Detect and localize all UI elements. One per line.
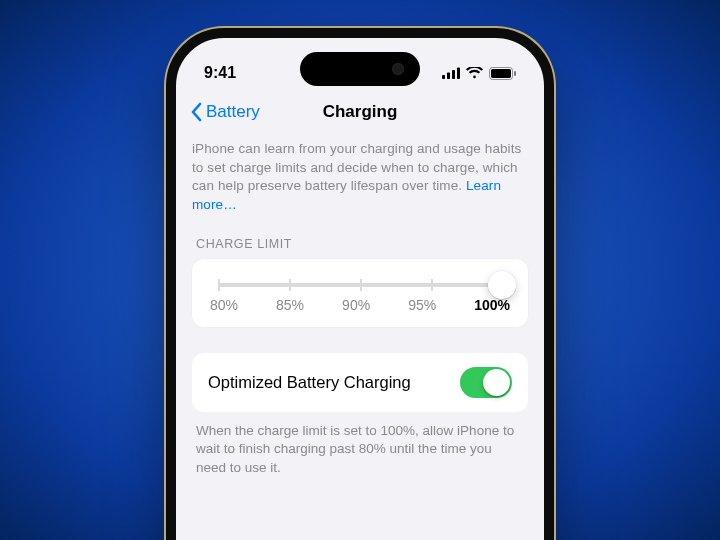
charge-limit-header: CHARGE LIMIT	[192, 237, 528, 251]
toggle-knob	[483, 369, 510, 396]
chevron-left-icon	[190, 102, 202, 122]
slider-thumb[interactable]	[488, 271, 516, 299]
slider-stop-0: 80%	[210, 297, 238, 313]
slider-tick	[360, 279, 362, 291]
optimized-charging-row: Optimized Battery Charging	[192, 353, 528, 412]
content: iPhone can learn from your charging and …	[176, 134, 544, 477]
intro-text: iPhone can learn from your charging and …	[192, 140, 528, 215]
optimized-charging-toggle[interactable]	[460, 367, 512, 398]
wifi-icon	[466, 67, 483, 79]
slider-stop-1: 85%	[276, 297, 304, 313]
svg-rect-2	[452, 70, 455, 79]
slider-tick	[431, 279, 433, 291]
optimized-charging-footer: When the charge limit is set to 100%, al…	[196, 422, 524, 478]
optimized-charging-label: Optimized Battery Charging	[208, 373, 411, 392]
back-button[interactable]: Battery	[190, 102, 260, 122]
charge-limit-slider[interactable]	[218, 283, 502, 287]
charge-limit-card: 80% 85% 90% 95% 100%	[192, 259, 528, 327]
battery-icon	[489, 67, 516, 80]
slider-stop-2: 90%	[342, 297, 370, 313]
svg-rect-3	[457, 68, 460, 80]
cellular-icon	[442, 67, 460, 79]
svg-rect-0	[442, 75, 445, 79]
svg-rect-1	[447, 73, 450, 80]
slider-labels: 80% 85% 90% 95% 100%	[210, 297, 510, 313]
svg-rect-6	[514, 71, 516, 76]
back-label: Battery	[206, 102, 260, 122]
slider-stop-4: 100%	[474, 297, 510, 313]
slider-stop-3: 95%	[408, 297, 436, 313]
slider-tick	[289, 279, 291, 291]
status-time: 9:41	[204, 64, 236, 82]
dynamic-island	[300, 52, 420, 86]
slider-tick	[218, 279, 220, 291]
nav-bar: Battery Charging	[176, 90, 544, 134]
status-icons	[442, 67, 516, 80]
svg-rect-5	[491, 69, 511, 78]
iphone-frame: 9:41 Battery Charging iPhone can learn f…	[166, 28, 554, 540]
